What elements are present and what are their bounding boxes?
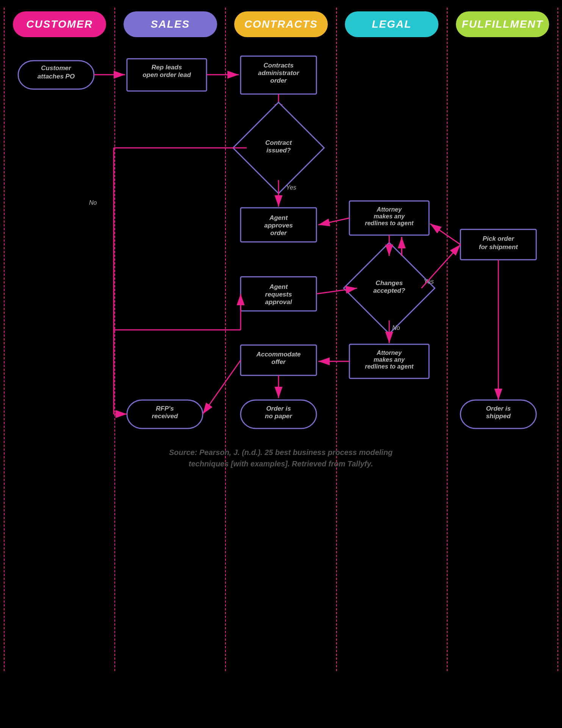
header-contracts: CONTRACTS <box>234 11 328 37</box>
header-legal: LEGAL <box>345 11 438 37</box>
header-fulfillment: FULFILLMENT <box>456 11 549 37</box>
header-customer: CUSTOMER <box>13 11 106 37</box>
swimlane-contracts: CONTRACTS <box>226 8 337 671</box>
swimlane-customer: CUSTOMER <box>4 8 115 671</box>
swimlane-sales: SALES <box>115 8 226 671</box>
swimlane-fulfillment: FULFILLMENT <box>448 8 558 671</box>
swimlane-legal: LEGAL <box>337 8 448 671</box>
header-sales: SALES <box>124 11 217 37</box>
